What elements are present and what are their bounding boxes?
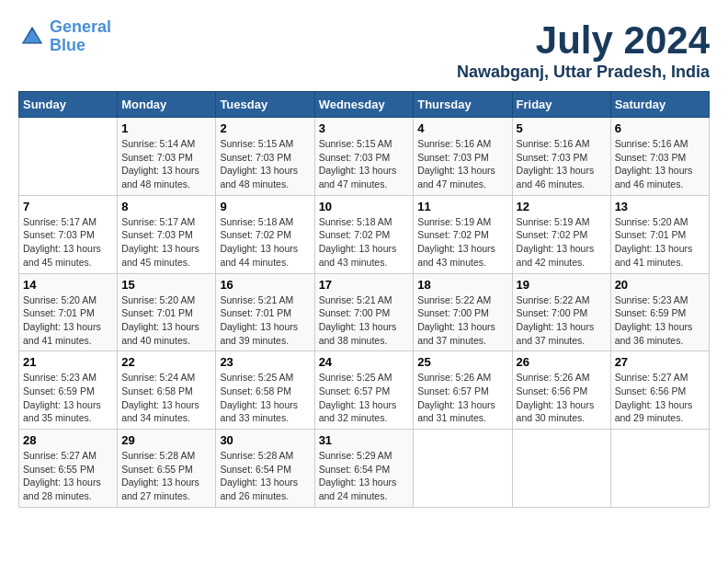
day-info: Sunrise: 5:14 AM Sunset: 7:03 PM Dayligh… [121,137,211,191]
day-number: 7 [23,200,113,213]
day-number: 23 [220,355,310,369]
day-number: 16 [220,278,310,292]
day-info: Sunrise: 5:18 AM Sunset: 7:02 PM Dayligh… [319,215,410,270]
day-number: 22 [121,355,211,369]
day-info: Sunrise: 5:24 AM Sunset: 6:58 PM Dayligh… [121,371,211,425]
day-info: Sunrise: 5:16 AM Sunset: 7:03 PM Dayligh… [517,137,607,191]
calendar-week-row: 7Sunrise: 5:17 AM Sunset: 7:03 PM Daylig… [19,195,710,273]
weekday-header-thursday: Thursday [414,92,512,118]
day-number: 31 [319,433,410,447]
calendar-cell: 18Sunrise: 5:22 AM Sunset: 7:00 PM Dayli… [414,273,512,351]
day-info: Sunrise: 5:15 AM Sunset: 7:03 PM Dayligh… [220,137,310,191]
calendar-week-row: 28Sunrise: 5:27 AM Sunset: 6:55 PM Dayli… [19,430,710,508]
logo-icon [18,23,46,51]
day-info: Sunrise: 5:21 AM Sunset: 7:01 PM Dayligh… [220,293,310,348]
month-year-title: July 2024 [457,18,710,63]
day-number: 13 [615,200,705,213]
logo-blue: Blue [50,36,85,54]
weekday-header-wednesday: Wednesday [314,92,414,118]
day-number: 19 [517,278,607,292]
day-number: 11 [417,200,507,213]
day-number: 30 [220,433,310,447]
weekday-header-tuesday: Tuesday [216,92,314,118]
day-info: Sunrise: 5:22 AM Sunset: 7:00 PM Dayligh… [517,293,607,348]
day-info: Sunrise: 5:26 AM Sunset: 6:57 PM Dayligh… [417,371,507,425]
calendar-cell: 24Sunrise: 5:25 AM Sunset: 6:57 PM Dayli… [314,351,414,430]
day-info: Sunrise: 5:25 AM Sunset: 6:58 PM Dayligh… [220,371,310,425]
weekday-header-sunday: Sunday [19,92,118,118]
calendar-cell: 27Sunrise: 5:27 AM Sunset: 6:56 PM Dayli… [610,351,709,430]
day-info: Sunrise: 5:16 AM Sunset: 7:03 PM Dayligh… [417,137,507,191]
day-info: Sunrise: 5:16 AM Sunset: 7:03 PM Dayligh… [615,137,705,191]
day-info: Sunrise: 5:22 AM Sunset: 7:00 PM Dayligh… [417,293,507,348]
weekday-header-friday: Friday [512,92,610,118]
day-number: 25 [417,355,507,369]
calendar-week-row: 1Sunrise: 5:14 AM Sunset: 7:03 PM Daylig… [19,118,710,196]
calendar-cell [19,118,118,196]
day-info: Sunrise: 5:20 AM Sunset: 7:01 PM Dayligh… [121,293,211,348]
logo: General Blue [18,18,111,55]
calendar-cell: 11Sunrise: 5:19 AM Sunset: 7:02 PM Dayli… [414,195,512,273]
day-info: Sunrise: 5:29 AM Sunset: 6:54 PM Dayligh… [319,449,410,503]
day-info: Sunrise: 5:26 AM Sunset: 6:56 PM Dayligh… [517,371,607,425]
weekday-header-saturday: Saturday [610,92,709,118]
day-number: 5 [517,121,607,135]
calendar-cell [610,430,709,508]
day-info: Sunrise: 5:21 AM Sunset: 7:00 PM Dayligh… [319,293,410,348]
calendar-cell: 5Sunrise: 5:16 AM Sunset: 7:03 PM Daylig… [512,118,610,196]
day-info: Sunrise: 5:15 AM Sunset: 7:03 PM Dayligh… [319,137,410,191]
calendar-cell [512,430,610,508]
calendar-cell: 23Sunrise: 5:25 AM Sunset: 6:58 PM Dayli… [216,351,314,430]
weekday-header-row: SundayMondayTuesdayWednesdayThursdayFrid… [19,92,710,118]
day-number: 26 [517,355,607,369]
calendar-cell: 9Sunrise: 5:18 AM Sunset: 7:02 PM Daylig… [216,195,314,273]
calendar-cell: 6Sunrise: 5:16 AM Sunset: 7:03 PM Daylig… [610,118,709,196]
calendar-cell: 19Sunrise: 5:22 AM Sunset: 7:00 PM Dayli… [512,273,610,351]
calendar-cell: 14Sunrise: 5:20 AM Sunset: 7:01 PM Dayli… [19,273,118,351]
day-info: Sunrise: 5:17 AM Sunset: 7:03 PM Dayligh… [121,215,211,270]
calendar-cell: 12Sunrise: 5:19 AM Sunset: 7:02 PM Dayli… [512,195,610,273]
calendar-table: SundayMondayTuesdayWednesdayThursdayFrid… [18,91,710,508]
day-info: Sunrise: 5:23 AM Sunset: 6:59 PM Dayligh… [615,293,705,348]
day-info: Sunrise: 5:20 AM Sunset: 7:01 PM Dayligh… [615,215,705,270]
day-number: 10 [319,200,410,213]
calendar-cell: 31Sunrise: 5:29 AM Sunset: 6:54 PM Dayli… [314,430,414,508]
calendar-cell: 22Sunrise: 5:24 AM Sunset: 6:58 PM Dayli… [118,351,216,430]
day-info: Sunrise: 5:20 AM Sunset: 7:01 PM Dayligh… [23,293,113,348]
day-info: Sunrise: 5:19 AM Sunset: 7:02 PM Dayligh… [517,215,607,270]
calendar-cell: 2Sunrise: 5:15 AM Sunset: 7:03 PM Daylig… [216,118,314,196]
day-number: 28 [23,433,113,447]
logo-text: General Blue [50,18,111,55]
day-number: 18 [417,278,507,292]
location-subtitle: Nawabganj, Uttar Pradesh, India [457,63,710,82]
day-info: Sunrise: 5:27 AM Sunset: 6:55 PM Dayligh… [23,449,113,503]
calendar-cell: 20Sunrise: 5:23 AM Sunset: 6:59 PM Dayli… [610,273,709,351]
day-info: Sunrise: 5:28 AM Sunset: 6:54 PM Dayligh… [220,449,310,503]
day-number: 9 [220,200,310,213]
calendar-cell: 16Sunrise: 5:21 AM Sunset: 7:01 PM Dayli… [216,273,314,351]
day-info: Sunrise: 5:23 AM Sunset: 6:59 PM Dayligh… [23,371,113,425]
day-info: Sunrise: 5:25 AM Sunset: 6:57 PM Dayligh… [319,371,410,425]
day-number: 27 [615,355,705,369]
day-number: 4 [417,121,507,135]
day-number: 20 [615,278,705,292]
day-number: 2 [220,121,310,135]
logo-general: General [50,17,111,36]
calendar-cell: 26Sunrise: 5:26 AM Sunset: 6:56 PM Dayli… [512,351,610,430]
day-number: 8 [121,200,211,213]
calendar-cell [414,430,512,508]
day-number: 3 [319,121,410,135]
day-info: Sunrise: 5:27 AM Sunset: 6:56 PM Dayligh… [615,371,705,425]
day-number: 24 [319,355,410,369]
calendar-cell: 25Sunrise: 5:26 AM Sunset: 6:57 PM Dayli… [414,351,512,430]
calendar-cell: 8Sunrise: 5:17 AM Sunset: 7:03 PM Daylig… [118,195,216,273]
calendar-cell: 3Sunrise: 5:15 AM Sunset: 7:03 PM Daylig… [314,118,414,196]
calendar-cell: 10Sunrise: 5:18 AM Sunset: 7:02 PM Dayli… [314,195,414,273]
day-number: 14 [23,278,113,292]
day-number: 15 [121,278,211,292]
calendar-cell: 7Sunrise: 5:17 AM Sunset: 7:03 PM Daylig… [19,195,118,273]
calendar-cell: 13Sunrise: 5:20 AM Sunset: 7:01 PM Dayli… [610,195,709,273]
calendar-cell: 15Sunrise: 5:20 AM Sunset: 7:01 PM Dayli… [118,273,216,351]
day-info: Sunrise: 5:19 AM Sunset: 7:02 PM Dayligh… [417,215,507,270]
calendar-cell: 21Sunrise: 5:23 AM Sunset: 6:59 PM Dayli… [19,351,118,430]
